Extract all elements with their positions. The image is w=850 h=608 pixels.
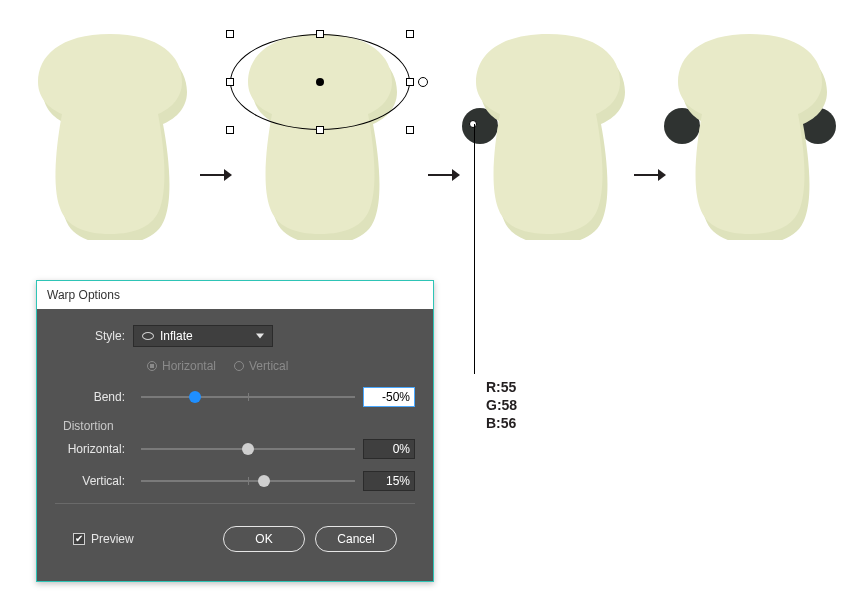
horizontal-slider-thumb[interactable] (242, 443, 254, 455)
orientation-radio-group: Horizontal Vertical (55, 359, 415, 373)
warp-options-dialog: Warp Options Style: Inflate Horizontal V… (36, 280, 434, 582)
callout-line (474, 124, 475, 374)
radio-vertical[interactable]: Vertical (234, 359, 288, 373)
r-value: R:55 (486, 378, 517, 396)
arrow-icon (428, 165, 460, 185)
panda-body-shape (670, 30, 830, 240)
preview-label: Preview (91, 532, 134, 546)
step-3-one-ear (468, 30, 628, 240)
step-1-base-body (30, 30, 190, 240)
g-value: G:58 (486, 396, 517, 414)
handle-bl[interactable] (226, 126, 234, 134)
dialog-title: Warp Options (37, 281, 433, 309)
checkmark-icon: ✔ (73, 533, 85, 545)
bend-input[interactable] (363, 387, 415, 407)
horizontal-label: Horizontal: (55, 442, 133, 456)
b-value: B:56 (486, 414, 517, 432)
svg-marker-1 (224, 169, 232, 181)
radio-horizontal[interactable]: Horizontal (147, 359, 216, 373)
dialog-divider (55, 503, 415, 504)
vertical-label: Vertical: (55, 474, 133, 488)
svg-marker-5 (658, 169, 666, 181)
radio-vertical-label: Vertical (249, 359, 288, 373)
distortion-section-label: Distortion (63, 419, 415, 433)
radio-bullet-icon (147, 361, 157, 371)
handle-ml[interactable] (226, 78, 234, 86)
color-swatch-values: R:55 G:58 B:56 (486, 378, 517, 433)
vertical-input[interactable] (363, 471, 415, 491)
vertical-slider-thumb[interactable] (258, 475, 270, 487)
ok-button[interactable]: OK (223, 526, 305, 552)
panda-body-shape (30, 30, 190, 240)
illustration-canvas (30, 30, 820, 260)
cancel-button[interactable]: Cancel (315, 526, 397, 552)
style-label: Style: (55, 329, 133, 343)
chevron-down-icon (256, 334, 264, 339)
bounding-box[interactable] (230, 34, 410, 130)
horizontal-slider[interactable] (141, 448, 355, 450)
center-point[interactable] (316, 78, 324, 86)
step-4-two-ears (670, 30, 830, 240)
handle-br[interactable] (406, 126, 414, 134)
bend-label: Bend: (55, 390, 133, 404)
bend-slider[interactable] (141, 396, 355, 398)
handle-tl[interactable] (226, 30, 234, 38)
callout-origin-circle (469, 120, 477, 128)
vertical-slider[interactable] (141, 480, 355, 482)
panda-body-shape (468, 30, 628, 240)
handle-tr[interactable] (406, 30, 414, 38)
handle-mr[interactable] (406, 78, 414, 86)
horizontal-input[interactable] (363, 439, 415, 459)
inflate-style-icon (142, 332, 154, 340)
preview-checkbox[interactable]: ✔ Preview (73, 532, 134, 546)
rotation-handle[interactable] (418, 77, 428, 87)
arrow-icon (200, 165, 232, 185)
step-2-ellipse-selected (240, 30, 400, 240)
svg-marker-3 (452, 169, 460, 181)
arrow-icon (634, 165, 666, 185)
handle-tc[interactable] (316, 30, 324, 38)
radio-horizontal-label: Horizontal (162, 359, 216, 373)
bend-slider-thumb[interactable] (189, 391, 201, 403)
handle-bc[interactable] (316, 126, 324, 134)
style-select[interactable]: Inflate (133, 325, 273, 347)
radio-bullet-icon (234, 361, 244, 371)
style-select-value: Inflate (160, 329, 193, 343)
